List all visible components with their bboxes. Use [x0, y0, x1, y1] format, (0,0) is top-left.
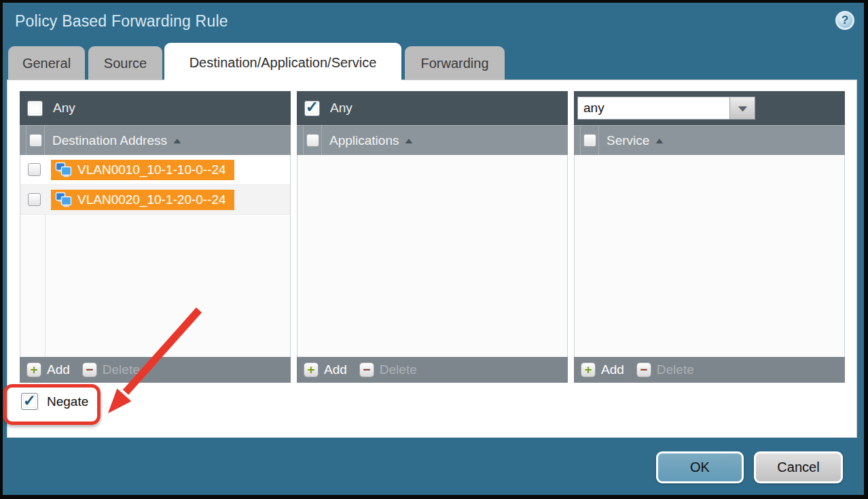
applications-column: ✓ Any Applications ▲ + Add − Delete	[297, 91, 568, 383]
address-object-chip[interactable]: VLAN0010_10-1-10-0--24	[51, 160, 234, 180]
screenshot-frame: Policy Based Forwarding Rule ? General S…	[0, 0, 868, 499]
destination-select-all-checkbox[interactable]	[29, 134, 42, 147]
row-checkbox[interactable]	[28, 193, 41, 206]
service-list	[574, 155, 845, 357]
table-row[interactable]: VLAN0010_10-1-10-0--24	[20, 155, 290, 185]
tab-destination-application-service[interactable]: Destination/Application/Service	[164, 43, 401, 82]
destination-address-column: Any Destination Address ▲	[20, 91, 291, 383]
applications-column-header[interactable]: Applications ▲	[297, 125, 568, 155]
table-row[interactable]: VLAN0020_10-1-20-0--24	[20, 185, 290, 215]
applications-header-label: Applications	[329, 133, 399, 148]
service-column: any ▼ Service ▲ + Add	[574, 91, 845, 383]
add-icon[interactable]: +	[26, 362, 41, 377]
dropdown-button[interactable]: ▼	[729, 97, 755, 119]
applications-header-checkbox-cell	[303, 126, 322, 155]
destination-list-footer: + Add − Delete	[20, 357, 291, 383]
sort-ascending-icon[interactable]: ▲	[653, 136, 666, 145]
delete-icon[interactable]: −	[359, 362, 374, 377]
service-list-footer: + Add − Delete	[574, 357, 845, 383]
chevron-down-icon: ▼	[735, 103, 750, 114]
delete-button[interactable]: Delete	[380, 362, 417, 377]
add-icon[interactable]: +	[304, 362, 319, 377]
address-object-name: VLAN0010_10-1-10-0--24	[77, 162, 226, 177]
add-button[interactable]: Add	[47, 362, 70, 377]
address-object-chip[interactable]: VLAN0020_10-1-20-0--24	[51, 190, 234, 210]
network-icon	[55, 192, 73, 208]
pbf-rule-dialog: Policy Based Forwarding Rule ? General S…	[3, 3, 864, 495]
delete-icon[interactable]: −	[636, 362, 651, 377]
service-column-header[interactable]: Service ▲	[574, 125, 845, 155]
service-dropdown[interactable]: any ▼	[577, 97, 755, 120]
applications-list	[297, 155, 568, 357]
network-icon	[55, 162, 73, 178]
dialog-title: Policy Based Forwarding Rule	[15, 12, 228, 31]
applications-any-bar: ✓ Any	[297, 91, 568, 125]
tab-content-panel: Any Destination Address ▲	[7, 80, 857, 438]
applications-select-all-checkbox[interactable]	[306, 134, 319, 147]
negate-label: Negate	[47, 394, 88, 409]
add-button[interactable]: Add	[324, 362, 347, 377]
destination-header-checkbox-cell	[26, 126, 45, 155]
sort-ascending-icon[interactable]: ▲	[403, 136, 415, 145]
sort-ascending-icon[interactable]: ▲	[171, 136, 183, 145]
destination-address-list: VLAN0010_10-1-10-0--24 VLAN	[20, 155, 291, 357]
applications-list-footer: + Add − Delete	[297, 357, 568, 383]
destination-column-header[interactable]: Destination Address ▲	[20, 125, 291, 155]
delete-icon[interactable]: −	[82, 362, 97, 377]
service-header-checkbox-cell	[580, 126, 599, 155]
delete-button[interactable]: Delete	[103, 362, 140, 377]
destination-any-bar: Any	[20, 91, 291, 125]
ok-button[interactable]: OK	[656, 451, 744, 483]
negate-checkbox[interactable]: ✓	[21, 393, 38, 410]
applications-any-label: Any	[330, 101, 352, 116]
tab-source[interactable]: Source	[88, 46, 162, 80]
destination-header-label: Destination Address	[52, 133, 167, 148]
applications-any-checkbox[interactable]: ✓	[304, 101, 320, 116]
address-object-name: VLAN0020_10-1-20-0--24	[77, 192, 226, 207]
service-select-all-checkbox[interactable]	[583, 134, 596, 147]
destination-any-checkbox[interactable]	[27, 101, 43, 116]
help-icon[interactable]: ?	[835, 11, 854, 30]
add-icon[interactable]: +	[581, 362, 596, 377]
negate-row: ✓ Negate	[21, 393, 88, 410]
delete-button[interactable]: Delete	[657, 362, 694, 377]
service-any-bar: any ▼	[574, 91, 845, 125]
destination-any-label: Any	[53, 101, 75, 116]
tab-general[interactable]: General	[8, 46, 85, 80]
service-dropdown-value: any	[578, 97, 729, 119]
row-checkbox[interactable]	[28, 163, 41, 176]
service-header-label: Service	[607, 133, 649, 148]
cancel-button[interactable]: Cancel	[754, 451, 843, 483]
add-button[interactable]: Add	[601, 362, 624, 377]
tab-forwarding[interactable]: Forwarding	[405, 46, 505, 80]
